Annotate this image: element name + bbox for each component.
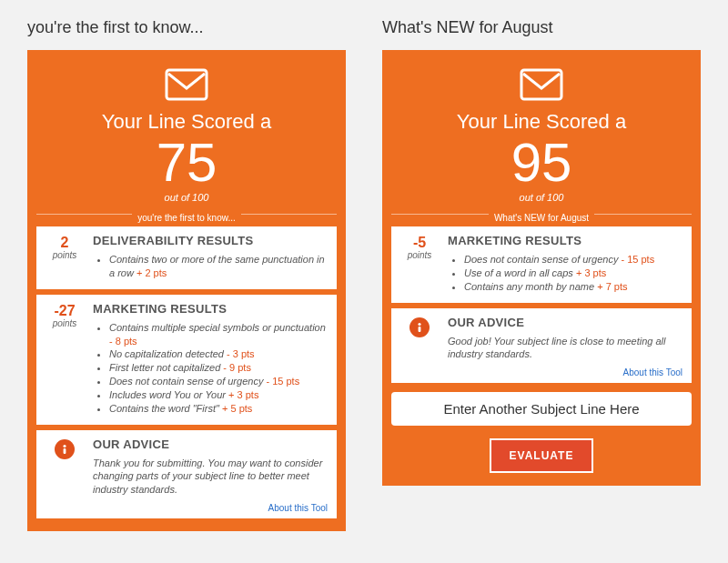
score-card: Your Line Scored a 95 out of 100 What's … [382, 50, 701, 486]
list-item: Use of a word in all caps + 3 pts [464, 266, 682, 280]
svg-rect-3 [521, 70, 561, 99]
section-items: Contains two or more of the same punctua… [93, 253, 328, 280]
section-title: MARKETING RESULTS [448, 234, 682, 247]
advice-text: Good job! Your subject line is close to … [448, 335, 682, 362]
envelope-icon [520, 68, 563, 105]
svg-rect-2 [64, 448, 66, 454]
advice-title: OUR ADVICE [93, 437, 328, 451]
scored-label: Your Line Scored a [36, 110, 337, 134]
points-column: -27 points [46, 302, 84, 416]
right-column: What's NEW for August Your Line Scored a… [382, 18, 701, 531]
points-label: points [46, 250, 84, 260]
advice-title: OUR ADVICE [448, 316, 682, 329]
list-item: Includes word You or Your + 3 pts [109, 388, 328, 402]
points-value: 2 [46, 236, 84, 250]
about-tool-link[interactable]: About this Tool [268, 503, 328, 513]
advice-text: Thank you for submitting. You may want t… [93, 457, 328, 498]
score-card: Your Line Scored a 75 out of 100 you're … [27, 50, 346, 531]
svg-rect-0 [167, 70, 207, 99]
list-item: Contains any month by name + 7 pts [464, 280, 682, 294]
subject-divider: you're the first to know... [36, 214, 337, 223]
section-items: Contains multiple special symbols or pun… [93, 321, 328, 416]
results-section: -5 points MARKETING RESULTS Does not con… [391, 226, 692, 303]
points-column: -5 points [400, 234, 439, 294]
subject-echo: What's NEW for August [489, 213, 594, 223]
svg-point-1 [63, 444, 66, 447]
subject-input[interactable]: Enter Another Subject Line Here [391, 392, 692, 426]
section-title: DELIVERABILITY RESULTS [93, 234, 328, 247]
score-outof: out of 100 [391, 192, 692, 203]
score-value: 75 [36, 136, 337, 190]
column-title: What's NEW for August [382, 18, 701, 37]
info-icon [46, 437, 84, 510]
subject-divider: What's NEW for August [391, 214, 692, 223]
list-item: Does not contain sense of urgency - 15 p… [464, 253, 682, 266]
envelope-icon [165, 68, 208, 105]
subject-echo: you're the first to know... [132, 213, 241, 223]
advice-section: OUR ADVICE Good job! Your subject line i… [391, 308, 692, 384]
points-value: -27 [46, 304, 84, 318]
points-value: -5 [400, 236, 439, 250]
results-section: -27 points MARKETING RESULTS Contains mu… [36, 295, 337, 425]
section-title: MARKETING RESULTS [93, 302, 328, 316]
left-column: you're the first to know... Your Line Sc… [27, 18, 346, 531]
list-item: First letter not capitalized - 9 pts [109, 361, 328, 375]
svg-point-4 [418, 322, 420, 325]
score-outof: out of 100 [36, 192, 337, 203]
evaluate-button[interactable]: EVALUATE [490, 438, 594, 473]
list-item: No capitalization detected - 3 pts [109, 347, 328, 361]
svg-rect-5 [419, 327, 421, 332]
points-column: 2 points [46, 234, 84, 280]
score-header: Your Line Scored a 95 out of 100 [391, 59, 692, 208]
score-header: Your Line Scored a 75 out of 100 [36, 59, 337, 208]
list-item: Contains two or more of the same punctua… [109, 253, 328, 280]
list-item: Contains the word "First" + 5 pts [109, 402, 328, 416]
points-label: points [400, 250, 439, 260]
list-item: Contains multiple special symbols or pun… [109, 321, 328, 348]
about-tool-link[interactable]: About this Tool [623, 367, 682, 377]
column-title: you're the first to know... [27, 18, 346, 37]
advice-section: OUR ADVICE Thank you for submitting. You… [36, 430, 337, 519]
scored-label: Your Line Scored a [391, 110, 692, 134]
results-section: 2 points DELIVERABILITY RESULTS Contains… [36, 226, 337, 289]
points-label: points [46, 318, 84, 328]
info-icon [400, 316, 439, 375]
list-item: Does not contain sense of urgency - 15 p… [109, 375, 328, 388]
score-value: 95 [391, 136, 692, 190]
section-items: Does not contain sense of urgency - 15 p… [448, 253, 682, 294]
